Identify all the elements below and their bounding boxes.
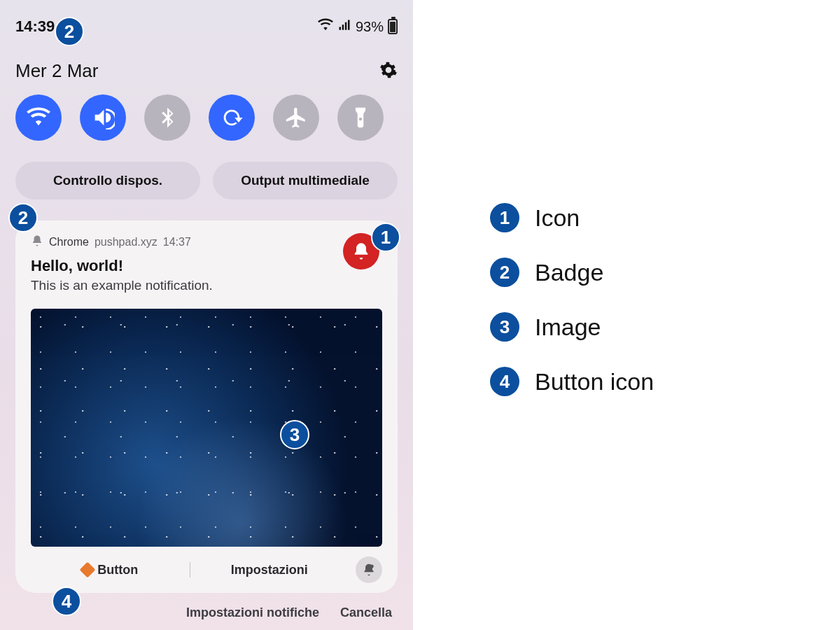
legend-label-2: Badge [535,259,603,286]
callout-4: 4 [52,587,81,616]
media-output-button[interactable]: Output multimediale [213,162,398,200]
legend-row-4: 4 Button icon [490,367,654,396]
notification-settings-link[interactable]: Impostazioni notifiche [186,606,319,620]
action-settings-label: Impostazioni [231,563,308,578]
notification-actions: Button Impostazioni [31,556,382,583]
notification-action-button[interactable]: Button [31,557,190,583]
clear-all-link[interactable]: Cancella [340,606,392,620]
button-icon [80,562,96,578]
toggle-bluetooth[interactable] [144,94,190,141]
notification-image [31,309,382,547]
legend-row-3: 3 Image [490,312,654,342]
control-row: Controllo dispos. Output multimediale [15,162,398,200]
legend-row-2: 2 Badge [490,258,654,287]
toggle-sound[interactable] [80,94,126,141]
notification-header: Chrome pushpad.xyz 14:37 [31,234,382,250]
callout-3: 3 [280,420,309,449]
notification-time: 14:37 [163,236,191,248]
notification-shade: 14:39 93% Mer 2 Mar [0,0,413,630]
date-text: Mer 2 Mar [15,60,98,82]
legend-row-1: 1 Icon [490,203,654,232]
notification-source: pushpad.xyz [94,236,158,248]
bell-icon [31,234,43,250]
wifi-icon [318,18,333,36]
legend-num-3: 3 [490,312,519,342]
notification-app: Chrome [49,236,89,248]
legend-num-1: 1 [490,203,519,232]
legend: 1 Icon 2 Badge 3 Image 4 Button icon [490,203,654,396]
status-time: 14:39 [15,18,55,36]
notification-body: This is an example notification. [31,278,382,293]
legend-label-3: Image [535,314,601,341]
signal-icon [337,18,351,36]
notification-mute-button[interactable] [356,556,382,583]
device-control-button[interactable]: Controllo dispos. [15,162,200,200]
toggle-wifi[interactable] [15,94,62,141]
toggle-airplane[interactable] [273,94,319,141]
toggle-flashlight[interactable] [337,94,384,141]
settings-gear-icon[interactable] [379,61,398,82]
legend-label-4: Button icon [535,368,654,396]
battery-icon [388,19,398,34]
callout-2b: 2 [8,203,38,232]
quick-toggles [15,94,398,141]
toggle-rotate[interactable] [209,94,255,141]
date-row: Mer 2 Mar [15,60,398,82]
callout-1: 1 [371,223,400,252]
legend-num-4: 4 [490,367,519,396]
action-button-label: Button [97,563,138,578]
legend-num-2: 2 [490,258,519,287]
notification-action-settings[interactable]: Impostazioni [190,557,349,583]
legend-label-1: Icon [535,204,580,232]
notification-title: Hello, world! [31,257,382,275]
callout-2a: 2 [55,17,84,46]
svg-point-0 [370,565,374,568]
battery-text: 93% [356,19,384,35]
notification-card[interactable]: Chrome pushpad.xyz 14:37 Hello, world! T… [15,220,398,593]
